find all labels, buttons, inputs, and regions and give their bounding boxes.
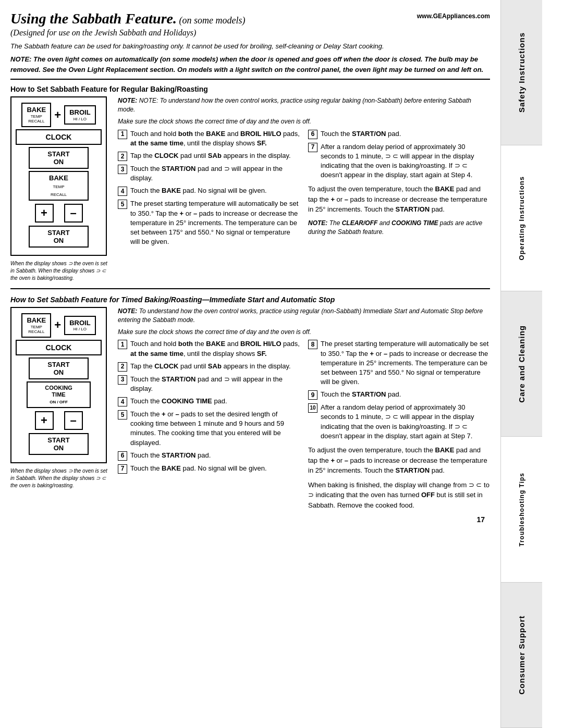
steps-list-2r: 8 The preset starting temperature will a…: [308, 339, 490, 441]
broil-button-1[interactable]: BROIL HI / LO: [64, 105, 95, 125]
step-1-3: 3 Touch the START/ON pad and ⊃ will appe…: [118, 164, 300, 183]
step-1-6: 6 Touch the START/ON pad.: [308, 129, 490, 139]
section1-title: How to Set Sabbath Feature for Regular B…: [10, 85, 490, 93]
step-2-4: 4 Touch the COOKING TIME pad.: [118, 397, 300, 406]
sidebar-section-care: Care and Cleaning: [501, 291, 542, 437]
clock-button-1[interactable]: CLOCK: [16, 129, 102, 145]
header-note1: The Sabbath feature can be used for baki…: [10, 42, 490, 51]
section2-adjust-text: To adjust the oven temperature, touch th…: [308, 445, 490, 476]
page-title: Using the Sabbath Feature. (on some mode…: [10, 10, 245, 27]
control-panel-2: BAKE TEMP RECALL + BROIL HI / LO CLOCK: [10, 307, 107, 463]
step-2-2: 2 Tap the CLOCK pad until SAb appears in…: [118, 362, 300, 372]
title-block: Using the Sabbath Feature. (on some mode…: [10, 10, 245, 38]
sidebar-section-safety: Safety Instructions: [501, 0, 542, 145]
section1-right: NOTE: NOTE: To understand how the oven c…: [118, 96, 490, 282]
bake-button-solo-1[interactable]: BAKETEMPRECALL: [29, 171, 89, 201]
panel-caption-1: When the display shows ⊃ the oven is set…: [10, 260, 109, 282]
sidebar-label-operating: Operating Instructions: [518, 176, 525, 260]
plus-icon-1: +: [54, 108, 61, 122]
step-2-9: 9 Touch the START/ON pad.: [308, 390, 490, 400]
section1-steps-left: 1 Touch and hold both the BAKE and BROIL…: [118, 129, 300, 250]
steps-list-1: 1 Touch and hold both the BAKE and BROIL…: [118, 129, 300, 247]
step-2-1: 1 Touch and hold both the BAKE and BROIL…: [118, 339, 300, 358]
section2-title: How to Set Sabbath Feature for Timed Bak…: [10, 295, 490, 304]
steps-list-2: 1 Touch and hold both the BAKE and BROIL…: [118, 339, 300, 474]
sidebar-section-operating: Operating Instructions: [501, 145, 542, 291]
cooking-time-button[interactable]: COOKINGTIMEON / OFF: [27, 381, 91, 409]
section1-steps-right: 6 Touch the START/ON pad. 7 After a rand…: [308, 129, 490, 250]
page-container: Using the Sabbath Feature. (on some mode…: [0, 0, 563, 728]
step-2-7: 7 Touch the BAKE pad. No signal will be …: [118, 464, 300, 474]
section1-adjust-text: To adjust the oven temperature, touch th…: [308, 184, 490, 215]
start-button-1[interactable]: STARTON: [29, 147, 89, 169]
plus-minus-row-2: + –: [16, 411, 102, 430]
section1-content: BAKE TEMP RECALL + BROIL HI / LO CLOCK: [10, 96, 490, 282]
plus-minus-row-1: + –: [16, 204, 102, 223]
sidebar-section-consumer: Consumer Support: [501, 583, 542, 728]
website: www.GEAppliances.com: [417, 13, 490, 20]
step-1-2: 2 Tap the CLOCK pad until SAb appears in…: [118, 151, 300, 161]
sidebar-label-consumer: Consumer Support: [517, 615, 526, 695]
start-button-2[interactable]: STARTON: [29, 357, 89, 379]
section1-note-pre2: Make sure the clock shows the correct ti…: [118, 117, 490, 126]
header-note2: NOTE: The oven light comes on automatica…: [10, 54, 490, 75]
bake-button-1[interactable]: BAKE TEMP RECALL: [21, 103, 51, 127]
sidebar-label-care: Care and Cleaning: [517, 325, 526, 403]
steps-list-1r: 6 Touch the START/ON pad. 7 After a rand…: [308, 129, 490, 180]
sidebar-label-troubleshooting: Troubleshooting Tips: [518, 473, 525, 547]
step-2-6: 6 Touch the START/ON pad.: [118, 451, 300, 461]
section2-content: BAKE TEMP RECALL + BROIL HI / LO CLOCK: [10, 307, 490, 510]
sidebar-section-troubleshooting: Troubleshooting Tips: [501, 437, 542, 582]
section1-note-clear: NOTE: The CLEAR/OFF and COOKING TIME pad…: [308, 219, 490, 237]
section2-steps-container: 1 Touch and hold both the BAKE and BROIL…: [118, 339, 490, 510]
main-content: Using the Sabbath Feature. (on some mode…: [0, 0, 500, 728]
step-2-5: 5 Touch the + or – pads to set the desir…: [118, 410, 300, 448]
section1-steps-container: 1 Touch and hold both the BAKE and BROIL…: [118, 129, 490, 250]
start-button-1b[interactable]: STARTON: [29, 226, 89, 248]
subtitle: (Designed for use on the Jewish Sabbath …: [10, 28, 245, 38]
bake-button-2[interactable]: BAKE TEMP RECALL: [21, 313, 51, 338]
step-1-5: 5 The preset starting temperature will a…: [118, 199, 300, 246]
step-2-3: 3 Touch the START/ON pad and ⊃ will appe…: [118, 375, 300, 393]
section2-right: NOTE: To understand how the oven control…: [118, 307, 490, 510]
plus-button-1[interactable]: +: [35, 204, 54, 223]
plus-icon-2: +: [54, 318, 61, 332]
section2-steps-left: 1 Touch and hold both the BAKE and BROIL…: [118, 339, 300, 510]
section-divider: [10, 288, 490, 289]
clock-button-2[interactable]: CLOCK: [16, 340, 102, 355]
section1-left: BAKE TEMP RECALL + BROIL HI / LO CLOCK: [10, 96, 109, 282]
step-1-1: 1 Touch and hold both the BAKE and BROIL…: [118, 129, 300, 148]
section2-finish-text: When baking is finished, the display wil…: [308, 480, 490, 511]
right-sidebar: Safety Instructions Operating Instructio…: [500, 0, 542, 728]
section2-note-pre: NOTE: To understand how the oven control…: [118, 307, 490, 325]
panel-row-bake-broil: BAKE TEMP RECALL + BROIL HI / LO: [16, 103, 102, 127]
step-2-8: 8 The preset starting temperature will a…: [308, 339, 490, 387]
panel-row-bake-broil-2: BAKE TEMP RECALL + BROIL HI / LO: [16, 313, 102, 338]
page-number: 17: [10, 515, 490, 524]
section2-left: BAKE TEMP RECALL + BROIL HI / LO CLOCK: [10, 307, 109, 510]
plus-button-2[interactable]: +: [35, 411, 54, 430]
panel-caption-2: When the display shows ⊃ the oven is set…: [10, 467, 109, 489]
step-1-7: 7 After a random delay period of approxi…: [308, 142, 490, 180]
section2-steps-right: 8 The preset starting temperature will a…: [308, 339, 490, 510]
minus-button-2[interactable]: –: [64, 411, 83, 430]
title-line: Using the Sabbath Feature. (on some mode…: [10, 10, 490, 38]
step-2-10: 10 After a random delay period of approx…: [308, 403, 490, 441]
section1-note-pre: NOTE: NOTE: To understand how the oven c…: [118, 96, 490, 114]
header-right: www.GEAppliances.com: [417, 10, 490, 20]
start-button-2b[interactable]: STARTON: [29, 433, 89, 455]
section2-note-pre2: Make sure the clock shows the correct ti…: [118, 328, 490, 337]
page-header: Using the Sabbath Feature. (on some mode…: [10, 10, 490, 80]
minus-button-1[interactable]: –: [64, 204, 83, 223]
sidebar-label-safety: Safety Instructions: [517, 32, 526, 113]
step-1-4: 4 Touch the BAKE pad. No signal will be …: [118, 186, 300, 196]
broil-button-2[interactable]: BROIL HI / LO: [64, 316, 95, 335]
control-panel-1: BAKE TEMP RECALL + BROIL HI / LO CLOCK: [10, 96, 107, 256]
